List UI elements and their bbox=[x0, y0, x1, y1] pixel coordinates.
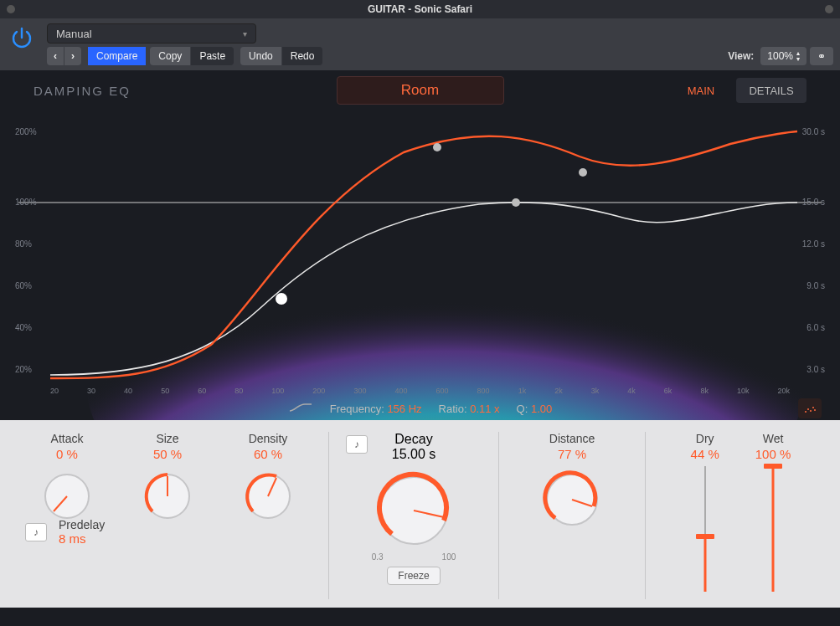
power-button[interactable] bbox=[7, 23, 37, 54]
y-right-tick: 12.0 s bbox=[802, 239, 825, 249]
divider bbox=[328, 432, 329, 599]
y-left-tick: 200% bbox=[15, 127, 37, 136]
svg-point-0 bbox=[85, 186, 806, 420]
shelf-shape-icon[interactable] bbox=[288, 402, 313, 416]
knob-icon bbox=[141, 470, 194, 523]
distance-knob[interactable]: Distance 77 % bbox=[542, 432, 602, 599]
svg-point-7 bbox=[807, 408, 809, 410]
reverb-type-button[interactable]: Room bbox=[337, 76, 504, 105]
size-knob[interactable]: Size 50 % bbox=[117, 432, 218, 523]
slider-icon bbox=[756, 466, 790, 592]
freq-value[interactable]: 156 Hz bbox=[387, 403, 421, 415]
y-right-tick: 30.0 s bbox=[802, 127, 825, 136]
tempo-sync-button[interactable]: ♪ bbox=[25, 523, 47, 541]
y-left-tick: 80% bbox=[15, 239, 32, 249]
decay-label: Decay bbox=[394, 432, 432, 447]
decay-value: 15.00 s bbox=[392, 447, 435, 462]
section-title: DAMPING EQ bbox=[33, 84, 337, 98]
controls-panel: Attack 0 % Size 50 % Density 60 % bbox=[0, 420, 840, 608]
prev-preset-button[interactable]: ‹ bbox=[47, 47, 64, 65]
view-label: View: bbox=[728, 50, 754, 62]
tab-details[interactable]: DETAILS bbox=[736, 78, 807, 103]
band-readout: Frequency: 156 Hz Ratio: 0.11 x Q: 1.00 bbox=[10, 397, 830, 420]
eq-svg bbox=[10, 110, 830, 420]
paste-button[interactable]: Paste bbox=[191, 47, 234, 65]
reverb-type-label: Room bbox=[401, 82, 439, 99]
y-left-tick: 20% bbox=[15, 365, 32, 374]
knob-icon bbox=[241, 470, 295, 523]
q-label: Q: bbox=[517, 403, 528, 415]
svg-point-9 bbox=[812, 407, 814, 408]
eq-graph[interactable]: 200% 100% 80% 60% 40% 20% 30.0 s 15.0 s … bbox=[10, 110, 830, 420]
y-right-tick: 15.0 s bbox=[802, 198, 825, 207]
divider bbox=[498, 432, 499, 599]
svg-point-6 bbox=[805, 411, 807, 413]
attack-knob[interactable]: Attack 0 % bbox=[17, 432, 117, 523]
predelay-label: Predelay bbox=[59, 518, 105, 531]
chevron-down-icon: ▾ bbox=[243, 29, 247, 38]
analyser-toggle[interactable] bbox=[798, 398, 822, 418]
y-left-tick: 60% bbox=[15, 281, 32, 290]
compare-button[interactable]: Compare bbox=[88, 47, 147, 65]
zoom-value: 100% bbox=[767, 50, 793, 62]
window-title: GUITAR - Sonic Safari bbox=[368, 3, 472, 15]
window-titlebar: GUITAR - Sonic Safari bbox=[0, 0, 840, 18]
link-icon: ⚭ bbox=[817, 50, 826, 62]
svg-point-8 bbox=[810, 410, 812, 412]
undo-button[interactable]: Undo bbox=[240, 47, 282, 65]
decay-knob[interactable] bbox=[374, 470, 454, 551]
traffic-dot bbox=[825, 5, 833, 13]
freq-label: Frequency: bbox=[330, 403, 384, 415]
decay-range: 0.3100 bbox=[372, 552, 456, 562]
knob-icon bbox=[40, 470, 94, 523]
redo-button[interactable]: Redo bbox=[282, 47, 323, 65]
traffic-dot bbox=[7, 5, 15, 13]
y-left-tick: 40% bbox=[15, 323, 32, 332]
slider-icon bbox=[688, 466, 722, 592]
dry-slider[interactable]: Dry 44 % bbox=[688, 432, 722, 599]
link-button[interactable]: ⚭ bbox=[810, 47, 833, 65]
plugin-header: DAMPING EQ Room MAIN DETAILS bbox=[0, 70, 840, 110]
density-knob[interactable]: Density 60 % bbox=[218, 432, 318, 523]
y-right-tick: 3.0 s bbox=[807, 365, 825, 374]
ratio-label: Ratio: bbox=[439, 403, 467, 415]
freeze-button[interactable]: Freeze bbox=[387, 567, 440, 585]
preset-name: Manual bbox=[56, 28, 92, 40]
predelay-control[interactable]: ♪ Predelay 8 ms bbox=[17, 518, 318, 546]
svg-point-4 bbox=[512, 198, 520, 207]
zoom-select[interactable]: 100% ▴▾ bbox=[760, 47, 807, 65]
copy-button[interactable]: Copy bbox=[150, 47, 191, 65]
ratio-value[interactable]: 0.11 x bbox=[470, 403, 499, 415]
decay-sync-button[interactable]: ♪ bbox=[346, 435, 368, 454]
q-value[interactable]: 1.00 bbox=[531, 403, 552, 415]
tab-main[interactable]: MAIN bbox=[666, 78, 736, 103]
svg-point-10 bbox=[814, 409, 816, 411]
y-left-tick: 100% bbox=[15, 198, 37, 207]
y-right-tick: 9.0 s bbox=[807, 281, 825, 290]
x-ticks: 203040 506080 100200300 400600800 1k2k3k… bbox=[50, 387, 790, 395]
stepper-icon: ▴▾ bbox=[796, 50, 800, 62]
wet-slider[interactable]: Wet 100 % bbox=[755, 432, 791, 599]
knob-icon bbox=[542, 470, 602, 530]
divider bbox=[645, 432, 646, 599]
plugin-toolbar: Manual ▾ ‹ › Compare Copy Paste Undo Red… bbox=[0, 18, 840, 70]
predelay-value: 8 ms bbox=[59, 531, 105, 546]
svg-point-3 bbox=[433, 143, 441, 151]
preset-select[interactable]: Manual ▾ bbox=[47, 23, 256, 44]
svg-point-2 bbox=[276, 293, 287, 305]
next-preset-button[interactable]: › bbox=[64, 47, 81, 65]
svg-point-5 bbox=[579, 168, 587, 177]
y-right-tick: 6.0 s bbox=[807, 323, 825, 332]
